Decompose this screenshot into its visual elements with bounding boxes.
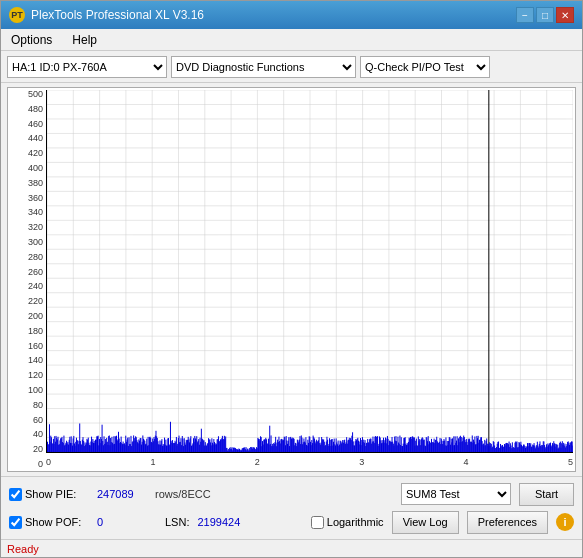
info-icon[interactable]: i [556,513,574,531]
y-label-320: 320 [8,223,46,232]
y-label-20: 20 [8,445,46,454]
close-button[interactable]: ✕ [556,7,574,23]
y-label-480: 480 [8,105,46,114]
status-bar: Ready [1,539,582,557]
chart-area: 500 480 460 440 420 400 380 360 340 320 … [7,87,576,472]
start-button[interactable]: Start [519,483,574,506]
y-label-400: 400 [8,164,46,173]
menu-bar: Options Help [1,29,582,51]
y-label-500: 500 [8,90,46,99]
title-bar: PT PlexTools Professional XL V3.16 − □ ✕ [1,1,582,29]
y-label-160: 160 [8,342,46,351]
y-label-280: 280 [8,253,46,262]
x-label-1: 1 [150,457,155,467]
chart-plot [46,90,573,453]
minimize-button[interactable]: − [516,7,534,23]
x-label-0: 0 [46,457,51,467]
bottom-controls: Show PIE: 247089 rows/8ECC SUM8 Test SUM… [1,476,582,539]
menu-help[interactable]: Help [66,31,103,49]
y-label-440: 440 [8,134,46,143]
control-row-1: Show PIE: 247089 rows/8ECC SUM8 Test SUM… [9,482,574,506]
main-window: PT PlexTools Professional XL V3.16 − □ ✕… [0,0,583,558]
toolbar: HA:1 ID:0 PX-760A DVD Diagnostic Functio… [1,51,582,83]
y-label-40: 40 [8,430,46,439]
x-label-5: 5 [568,457,573,467]
show-pie-text: Show PIE: [25,488,76,500]
lsn-value: 2199424 [197,516,240,528]
x-label-2: 2 [255,457,260,467]
y-label-100: 100 [8,386,46,395]
y-label-60: 60 [8,416,46,425]
show-pie-label: Show PIE: [9,488,89,501]
y-label-120: 120 [8,371,46,380]
app-icon: PT [9,7,25,23]
function-select[interactable]: DVD Diagnostic Functions [171,56,356,78]
control-row-2: Show POF: 0 LSN: 2199424 Logarithmic Vie… [9,510,574,534]
logarithmic-label: Logarithmic [311,516,384,529]
test-type-select-toolbar[interactable]: Q-Check PI/PO Test [360,56,490,78]
x-label-4: 4 [464,457,469,467]
show-pof-text: Show POF: [25,516,81,528]
show-pof-label: Show POF: [9,516,89,529]
title-bar-left: PT PlexTools Professional XL V3.16 [9,7,204,23]
y-label-420: 420 [8,149,46,158]
sum-test-select[interactable]: SUM8 Test SUM1 Test [401,483,511,505]
window-title: PlexTools Professional XL V3.16 [31,8,204,22]
logarithmic-text: Logarithmic [327,516,384,528]
x-axis: 0 1 2 3 4 5 [46,457,573,467]
y-label-240: 240 [8,282,46,291]
y-label-140: 140 [8,356,46,365]
logarithmic-checkbox[interactable] [311,516,324,529]
y-label-200: 200 [8,312,46,321]
status-text: Ready [7,543,39,555]
drive-select[interactable]: HA:1 ID:0 PX-760A [7,56,167,78]
y-axis: 500 480 460 440 420 400 380 360 340 320 … [8,88,46,471]
chart-canvas [47,90,573,452]
restore-button[interactable]: □ [536,7,554,23]
y-label-380: 380 [8,179,46,188]
y-label-260: 260 [8,268,46,277]
pie-unit: rows/8ECC [155,488,211,500]
y-label-180: 180 [8,327,46,336]
y-label-460: 460 [8,120,46,129]
y-label-360: 360 [8,194,46,203]
preferences-button[interactable]: Preferences [467,511,548,534]
pof-value: 0 [97,516,147,528]
menu-options[interactable]: Options [5,31,58,49]
view-log-button[interactable]: View Log [392,511,459,534]
lsn-label: LSN: [165,516,189,528]
y-label-0: 0 [8,460,46,469]
window-controls: − □ ✕ [516,7,574,23]
y-label-80: 80 [8,401,46,410]
y-label-340: 340 [8,208,46,217]
show-pie-checkbox[interactable] [9,488,22,501]
show-pof-checkbox[interactable] [9,516,22,529]
x-label-3: 3 [359,457,364,467]
pie-value: 247089 [97,488,147,500]
y-label-300: 300 [8,238,46,247]
y-label-220: 220 [8,297,46,306]
chart-inner: 500 480 460 440 420 400 380 360 340 320 … [8,88,575,471]
